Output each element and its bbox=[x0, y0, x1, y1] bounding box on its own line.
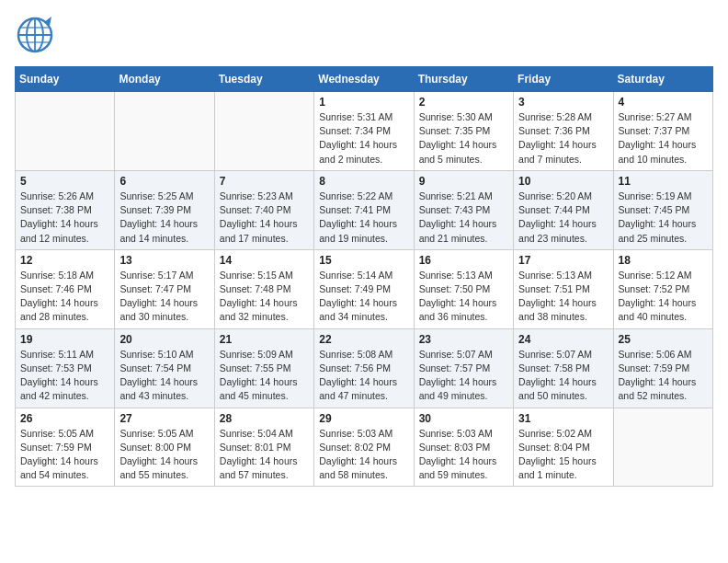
day-info: Sunrise: 5:07 AM Sunset: 7:58 PM Dayligh… bbox=[518, 348, 608, 404]
day-number: 1 bbox=[319, 96, 408, 109]
day-number: 25 bbox=[619, 333, 708, 346]
day-number: 28 bbox=[220, 412, 309, 425]
day-number: 3 bbox=[518, 96, 608, 109]
day-of-week-header: Thursday bbox=[414, 67, 513, 92]
calendar-week-row: 5Sunrise: 5:26 AM Sunset: 7:38 PM Daylig… bbox=[16, 170, 713, 249]
day-info: Sunrise: 5:03 AM Sunset: 8:02 PM Dayligh… bbox=[319, 427, 408, 483]
day-info: Sunrise: 5:28 AM Sunset: 7:36 PM Dayligh… bbox=[518, 110, 608, 167]
calendar-cell: 8Sunrise: 5:22 AM Sunset: 7:41 PM Daylig… bbox=[314, 170, 414, 249]
day-info: Sunrise: 5:27 AM Sunset: 7:37 PM Dayligh… bbox=[619, 110, 708, 167]
day-number: 15 bbox=[319, 254, 408, 267]
calendar-cell bbox=[214, 92, 313, 171]
calendar-week-row: 1Sunrise: 5:31 AM Sunset: 7:34 PM Daylig… bbox=[16, 92, 713, 171]
day-number: 12 bbox=[20, 254, 109, 267]
calendar-cell: 5Sunrise: 5:26 AM Sunset: 7:38 PM Daylig… bbox=[16, 170, 115, 249]
calendar-cell: 10Sunrise: 5:20 AM Sunset: 7:44 PM Dayli… bbox=[514, 170, 613, 249]
calendar-cell: 6Sunrise: 5:25 AM Sunset: 7:39 PM Daylig… bbox=[115, 170, 214, 249]
day-info: Sunrise: 5:05 AM Sunset: 8:00 PM Dayligh… bbox=[119, 427, 209, 483]
day-info: Sunrise: 5:13 AM Sunset: 7:50 PM Dayligh… bbox=[419, 269, 508, 325]
day-number: 5 bbox=[20, 175, 109, 188]
day-number: 29 bbox=[319, 412, 408, 425]
calendar-cell bbox=[115, 92, 214, 171]
day-info: Sunrise: 5:18 AM Sunset: 7:46 PM Dayligh… bbox=[20, 269, 109, 325]
day-number: 9 bbox=[419, 175, 508, 188]
calendar-cell: 7Sunrise: 5:23 AM Sunset: 7:40 PM Daylig… bbox=[214, 170, 313, 249]
day-info: Sunrise: 5:25 AM Sunset: 7:39 PM Dayligh… bbox=[119, 190, 209, 246]
calendar-cell: 27Sunrise: 5:05 AM Sunset: 8:00 PM Dayli… bbox=[115, 408, 214, 487]
calendar-cell: 13Sunrise: 5:17 AM Sunset: 7:47 PM Dayli… bbox=[115, 249, 214, 328]
day-info: Sunrise: 5:31 AM Sunset: 7:34 PM Dayligh… bbox=[319, 110, 408, 167]
calendar-cell: 12Sunrise: 5:18 AM Sunset: 7:46 PM Dayli… bbox=[16, 249, 115, 328]
day-of-week-header: Wednesday bbox=[314, 67, 414, 92]
day-info: Sunrise: 5:08 AM Sunset: 7:56 PM Dayligh… bbox=[319, 348, 408, 404]
day-info: Sunrise: 5:21 AM Sunset: 7:43 PM Dayligh… bbox=[419, 190, 508, 246]
calendar-cell: 17Sunrise: 5:13 AM Sunset: 7:51 PM Dayli… bbox=[514, 249, 613, 328]
calendar-cell: 16Sunrise: 5:13 AM Sunset: 7:50 PM Dayli… bbox=[414, 249, 513, 328]
day-info: Sunrise: 5:04 AM Sunset: 8:01 PM Dayligh… bbox=[220, 427, 309, 483]
day-info: Sunrise: 5:05 AM Sunset: 7:59 PM Dayligh… bbox=[20, 427, 109, 483]
day-info: Sunrise: 5:12 AM Sunset: 7:52 PM Dayligh… bbox=[619, 269, 708, 325]
day-info: Sunrise: 5:07 AM Sunset: 7:57 PM Dayligh… bbox=[419, 348, 508, 404]
day-number: 23 bbox=[419, 333, 508, 346]
day-number: 14 bbox=[220, 254, 309, 267]
calendar-cell: 28Sunrise: 5:04 AM Sunset: 8:01 PM Dayli… bbox=[214, 408, 313, 487]
day-number: 8 bbox=[319, 175, 408, 188]
calendar-cell: 1Sunrise: 5:31 AM Sunset: 7:34 PM Daylig… bbox=[314, 92, 414, 171]
calendar-cell: 15Sunrise: 5:14 AM Sunset: 7:49 PM Dayli… bbox=[314, 249, 414, 328]
calendar-cell: 23Sunrise: 5:07 AM Sunset: 7:57 PM Dayli… bbox=[414, 328, 513, 408]
calendar-header-row: SundayMondayTuesdayWednesdayThursdayFrid… bbox=[16, 67, 713, 92]
calendar-week-row: 12Sunrise: 5:18 AM Sunset: 7:46 PM Dayli… bbox=[16, 249, 713, 328]
day-number: 20 bbox=[119, 333, 209, 346]
day-number: 31 bbox=[518, 412, 608, 425]
day-info: Sunrise: 5:30 AM Sunset: 7:35 PM Dayligh… bbox=[419, 110, 508, 167]
day-number: 18 bbox=[619, 254, 708, 267]
day-number: 7 bbox=[220, 175, 309, 188]
day-of-week-header: Sunday bbox=[16, 67, 115, 92]
day-info: Sunrise: 5:06 AM Sunset: 7:59 PM Dayligh… bbox=[619, 348, 708, 404]
calendar-week-row: 19Sunrise: 5:11 AM Sunset: 7:53 PM Dayli… bbox=[16, 328, 713, 408]
calendar-cell: 18Sunrise: 5:12 AM Sunset: 7:52 PM Dayli… bbox=[613, 249, 712, 328]
calendar-cell: 20Sunrise: 5:10 AM Sunset: 7:54 PM Dayli… bbox=[115, 328, 214, 408]
day-info: Sunrise: 5:19 AM Sunset: 7:45 PM Dayligh… bbox=[619, 190, 708, 246]
day-of-week-header: Friday bbox=[514, 67, 613, 92]
day-number: 27 bbox=[119, 412, 209, 425]
day-number: 17 bbox=[518, 254, 608, 267]
day-number: 16 bbox=[419, 254, 508, 267]
calendar-cell: 14Sunrise: 5:15 AM Sunset: 7:48 PM Dayli… bbox=[214, 249, 313, 328]
day-info: Sunrise: 5:03 AM Sunset: 8:03 PM Dayligh… bbox=[419, 427, 508, 483]
calendar-cell: 19Sunrise: 5:11 AM Sunset: 7:53 PM Dayli… bbox=[16, 328, 115, 408]
day-number: 2 bbox=[419, 96, 508, 109]
day-number: 11 bbox=[619, 175, 708, 188]
day-info: Sunrise: 5:09 AM Sunset: 7:55 PM Dayligh… bbox=[220, 348, 309, 404]
calendar-cell: 3Sunrise: 5:28 AM Sunset: 7:36 PM Daylig… bbox=[514, 92, 613, 171]
day-number: 21 bbox=[220, 333, 309, 346]
day-info: Sunrise: 5:15 AM Sunset: 7:48 PM Dayligh… bbox=[220, 269, 309, 325]
calendar-cell: 9Sunrise: 5:21 AM Sunset: 7:43 PM Daylig… bbox=[414, 170, 513, 249]
day-info: Sunrise: 5:14 AM Sunset: 7:49 PM Dayligh… bbox=[319, 269, 408, 325]
day-info: Sunrise: 5:11 AM Sunset: 7:53 PM Dayligh… bbox=[20, 348, 109, 404]
day-number: 6 bbox=[119, 175, 209, 188]
day-number: 24 bbox=[518, 333, 608, 346]
day-number: 13 bbox=[119, 254, 209, 267]
calendar-cell: 26Sunrise: 5:05 AM Sunset: 7:59 PM Dayli… bbox=[16, 408, 115, 487]
calendar-week-row: 26Sunrise: 5:05 AM Sunset: 7:59 PM Dayli… bbox=[16, 408, 713, 487]
logo-globe-icon bbox=[15, 15, 55, 55]
day-of-week-header: Tuesday bbox=[214, 67, 313, 92]
calendar-cell bbox=[16, 92, 115, 171]
calendar-table: SundayMondayTuesdayWednesdayThursdayFrid… bbox=[15, 66, 713, 487]
day-number: 22 bbox=[319, 333, 408, 346]
calendar-cell bbox=[613, 408, 712, 487]
day-info: Sunrise: 5:20 AM Sunset: 7:44 PM Dayligh… bbox=[518, 190, 608, 246]
calendar-cell: 4Sunrise: 5:27 AM Sunset: 7:37 PM Daylig… bbox=[613, 92, 712, 171]
day-info: Sunrise: 5:13 AM Sunset: 7:51 PM Dayligh… bbox=[518, 269, 608, 325]
calendar-cell: 11Sunrise: 5:19 AM Sunset: 7:45 PM Dayli… bbox=[613, 170, 712, 249]
calendar-cell: 29Sunrise: 5:03 AM Sunset: 8:02 PM Dayli… bbox=[314, 408, 414, 487]
day-of-week-header: Monday bbox=[115, 67, 214, 92]
calendar-cell: 2Sunrise: 5:30 AM Sunset: 7:35 PM Daylig… bbox=[414, 92, 513, 171]
calendar-cell: 22Sunrise: 5:08 AM Sunset: 7:56 PM Dayli… bbox=[314, 328, 414, 408]
day-info: Sunrise: 5:22 AM Sunset: 7:41 PM Dayligh… bbox=[319, 190, 408, 246]
calendar-cell: 31Sunrise: 5:02 AM Sunset: 8:04 PM Dayli… bbox=[514, 408, 613, 487]
day-info: Sunrise: 5:26 AM Sunset: 7:38 PM Dayligh… bbox=[20, 190, 109, 246]
day-of-week-header: Saturday bbox=[613, 67, 712, 92]
day-number: 30 bbox=[419, 412, 508, 425]
